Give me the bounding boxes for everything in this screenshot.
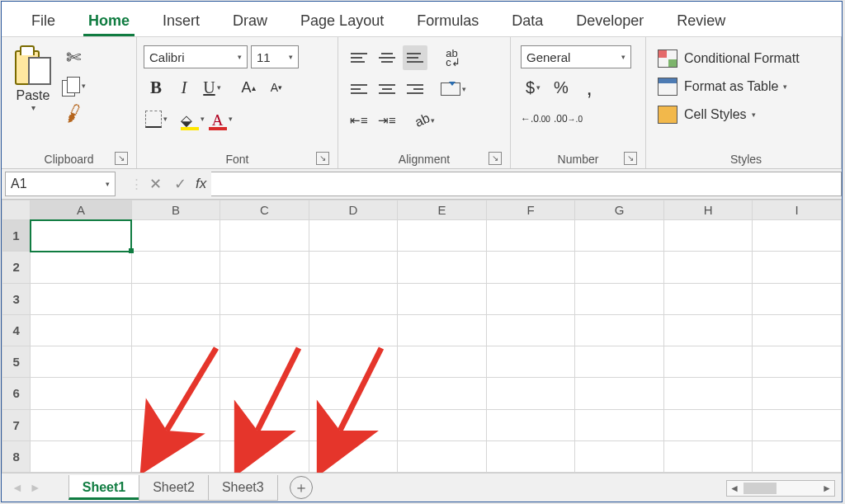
sheet-tab-1[interactable]: Sheet1 (68, 475, 139, 500)
cell[interactable] (575, 409, 664, 440)
horizontal-scrollbar[interactable]: ◄ ► (726, 480, 835, 497)
cell[interactable] (31, 314, 132, 346)
cell[interactable] (575, 314, 664, 346)
scroll-left[interactable]: ◄ (727, 483, 742, 494)
cell[interactable] (398, 378, 487, 409)
cell[interactable] (309, 252, 398, 283)
cell[interactable] (486, 314, 575, 346)
cell[interactable] (486, 346, 575, 378)
cell[interactable] (309, 346, 398, 378)
sheet-tab-3[interactable]: Sheet3 (208, 475, 278, 501)
cell[interactable] (663, 378, 753, 409)
col-header-C[interactable]: C (220, 200, 309, 220)
cell[interactable] (486, 409, 575, 440)
cell[interactable] (220, 220, 309, 252)
align-top-button[interactable] (347, 45, 371, 70)
cell[interactable] (131, 378, 220, 409)
cell[interactable] (31, 252, 132, 283)
cell[interactable] (220, 409, 309, 440)
tab-file[interactable]: File (26, 6, 60, 36)
cell[interactable] (31, 220, 132, 252)
cell-styles-button[interactable]: Cell Styles▾ (654, 101, 759, 128)
row-header-7[interactable]: 7 (2, 409, 31, 440)
cell[interactable] (663, 283, 753, 314)
cell[interactable] (131, 440, 220, 472)
cell[interactable] (663, 409, 753, 440)
cell[interactable] (753, 283, 842, 314)
col-header-D[interactable]: D (309, 200, 398, 220)
col-header-F[interactable]: F (486, 200, 575, 220)
cell[interactable] (131, 409, 220, 440)
formula-input[interactable] (211, 172, 842, 196)
decrease-decimal-button[interactable]: .00→.0 (554, 106, 583, 131)
cell[interactable] (753, 252, 842, 283)
font-name-selector[interactable]: Calibri▾ (144, 45, 248, 68)
sheet-tab-2[interactable]: Sheet2 (139, 475, 209, 501)
increase-decimal-button[interactable]: ←.0.00 (521, 106, 550, 131)
col-header-A[interactable]: A (31, 200, 132, 220)
number-launcher[interactable]: ↘ (624, 152, 637, 165)
accounting-format-button[interactable]: $▾ (521, 75, 545, 100)
row-header-4[interactable]: 4 (2, 314, 31, 346)
alignment-launcher[interactable]: ↘ (489, 152, 502, 165)
number-format-selector[interactable]: General▾ (521, 45, 631, 68)
align-right-button[interactable] (403, 77, 427, 101)
cell[interactable] (486, 378, 575, 409)
borders-button[interactable]: ▾ (144, 106, 168, 131)
comma-format-button[interactable]: , (577, 75, 602, 100)
cell[interactable] (220, 440, 309, 472)
paste-button[interactable]: Paste ▾ (5, 40, 61, 112)
copy-button[interactable]: ▾ (61, 73, 86, 98)
tab-page-layout[interactable]: Page Layout (295, 6, 389, 36)
cell[interactable] (663, 346, 753, 378)
cell[interactable] (220, 283, 309, 314)
cell[interactable] (753, 314, 842, 346)
cell[interactable] (131, 283, 220, 314)
sheet-nav-prev[interactable]: ◄ (8, 481, 26, 494)
cancel-formula-button[interactable]: ✕ (143, 175, 168, 193)
align-center-button[interactable] (375, 77, 399, 101)
cell[interactable] (309, 283, 398, 314)
cell[interactable] (309, 440, 398, 472)
row-header-6[interactable]: 6 (2, 378, 31, 409)
cell[interactable] (663, 440, 753, 472)
cell[interactable] (575, 283, 664, 314)
fill-color-button[interactable]: ⬙▾ (180, 106, 205, 131)
cell[interactable] (575, 346, 664, 378)
col-header-E[interactable]: E (398, 200, 487, 220)
cell[interactable] (131, 314, 220, 346)
wrap-text-button[interactable]: abc↲ (441, 45, 465, 70)
cell[interactable] (398, 314, 487, 346)
cell[interactable] (31, 283, 132, 314)
cell[interactable] (575, 220, 664, 252)
cut-button[interactable]: ✄ (61, 45, 86, 70)
cell[interactable] (398, 440, 487, 472)
align-bottom-button[interactable] (403, 45, 427, 70)
tab-draw[interactable]: Draw (228, 6, 272, 36)
cell[interactable] (309, 314, 398, 346)
new-sheet-button[interactable]: ＋ (290, 476, 313, 499)
font-launcher[interactable]: ↘ (316, 152, 329, 165)
cell[interactable] (131, 346, 220, 378)
sheet-nav-next[interactable]: ► (26, 481, 45, 494)
cell[interactable] (398, 252, 487, 283)
decrease-indent-button[interactable]: ⇤≡ (347, 108, 371, 133)
cell[interactable] (31, 409, 132, 440)
scroll-right[interactable]: ► (819, 483, 834, 494)
row-header-2[interactable]: 2 (2, 252, 31, 283)
cell[interactable] (663, 220, 753, 252)
align-middle-button[interactable] (375, 45, 399, 70)
cell[interactable] (753, 220, 842, 252)
cell[interactable] (575, 252, 664, 283)
col-header-H[interactable]: H (663, 200, 753, 220)
row-header-8[interactable]: 8 (2, 440, 31, 472)
cell[interactable] (220, 378, 309, 409)
bold-button[interactable]: B (144, 75, 168, 100)
cell[interactable] (486, 252, 575, 283)
cell[interactable] (31, 378, 132, 409)
cell[interactable] (753, 346, 842, 378)
cell[interactable] (309, 409, 398, 440)
cell[interactable] (31, 346, 132, 378)
font-size-selector[interactable]: 11▾ (251, 45, 299, 68)
row-header-5[interactable]: 5 (2, 346, 31, 378)
